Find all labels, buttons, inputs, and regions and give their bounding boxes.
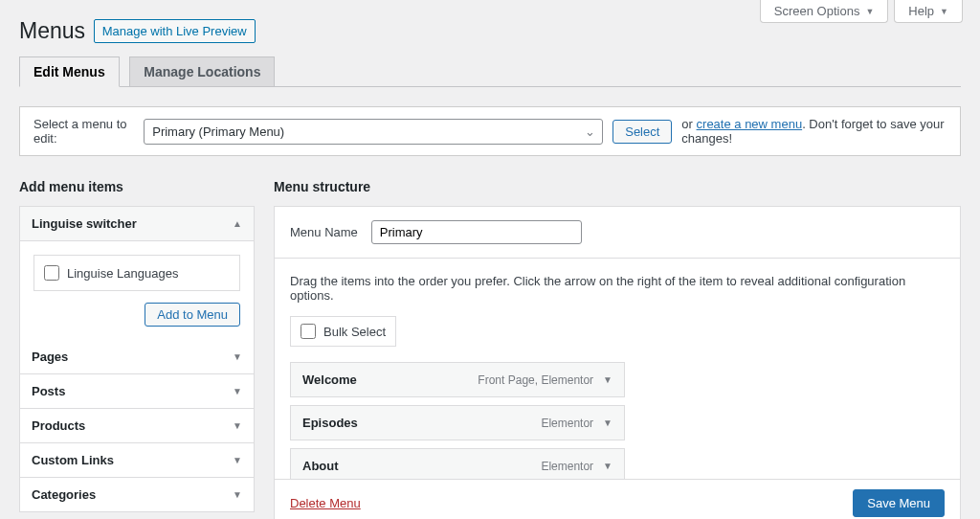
caret-down-icon: ▼	[233, 455, 242, 465]
linguise-languages-label: Linguise Languages	[67, 266, 178, 281]
save-menu-button[interactable]: Save Menu	[853, 489, 945, 517]
accordion-header-linguise[interactable]: Linguise switcher ▲	[20, 207, 254, 241]
linguise-languages-row[interactable]: Linguise Languages	[33, 255, 240, 291]
caret-down-icon: ▼	[233, 420, 242, 431]
menu-name-input[interactable]	[371, 220, 582, 244]
menu-footer: Delete Menu Save Menu	[275, 479, 960, 519]
caret-down-icon: ▼	[603, 374, 612, 385]
nav-tab-wrapper: Edit Menus Manage Locations	[19, 48, 961, 87]
add-menu-items-heading: Add menu items	[19, 179, 255, 194]
accordion-header-products[interactable]: Products ▼	[20, 409, 254, 443]
create-new-menu-link[interactable]: create a new menu	[697, 117, 803, 131]
accordion: Linguise switcher ▲ Linguise Languages A…	[19, 206, 255, 512]
manage-live-preview-button[interactable]: Manage with Live Preview	[94, 19, 256, 43]
or-text: or create a new menu. Don't forget to sa…	[681, 117, 947, 146]
accordion-title: Pages	[32, 350, 68, 364]
linguise-languages-checkbox[interactable]	[44, 265, 59, 281]
delete-menu-link[interactable]: Delete Menu	[290, 496, 361, 510]
bulk-select-checkbox[interactable]	[301, 324, 316, 339]
accordion-header-custom-links[interactable]: Custom Links ▼	[20, 443, 254, 478]
help-label: Help	[908, 4, 934, 18]
menu-item-title: Welcome	[302, 372, 357, 387]
caret-down-icon: ▼	[603, 461, 612, 471]
accordion-header-posts[interactable]: Posts ▼	[20, 374, 254, 409]
manage-menus-bar: Select a menu to edit: Primary (Primary …	[19, 106, 961, 156]
screen-options-button[interactable]: Screen Options ▼	[760, 0, 889, 23]
accordion-title: Categories	[32, 487, 96, 502]
caret-down-icon: ▼	[865, 7, 874, 16]
menu-edit-panel: Menu Name Drag the items into the order …	[274, 206, 961, 519]
add-to-menu-button[interactable]: Add to Menu	[145, 303, 240, 327]
caret-down-icon: ▼	[233, 386, 242, 396]
tab-manage-locations[interactable]: Manage Locations	[129, 56, 275, 86]
menu-item-title: About	[302, 459, 339, 473]
caret-down-icon: ▼	[233, 351, 242, 362]
accordion-title: Posts	[32, 384, 65, 398]
accordion-title: Linguise switcher	[32, 216, 137, 231]
bulk-select-label: Bulk Select	[323, 325, 386, 339]
select-button[interactable]: Select	[612, 120, 672, 144]
menu-item[interactable]: EpisodesElementor▼	[290, 405, 625, 440]
select-menu-label: Select a menu to edit:	[33, 117, 134, 146]
caret-down-icon: ▼	[603, 417, 612, 428]
menu-header: Menu Name	[275, 207, 960, 259]
menu-item-type: Elementor	[541, 417, 593, 430]
accordion-header-pages[interactable]: Pages ▼	[20, 340, 254, 374]
caret-down-icon: ▼	[233, 489, 242, 500]
caret-up-icon: ▲	[233, 218, 242, 229]
accordion-title: Custom Links	[32, 453, 114, 467]
screen-options-label: Screen Options	[774, 4, 860, 18]
menu-structure-heading: Menu structure	[274, 179, 961, 194]
page-title: Menus	[19, 10, 85, 48]
help-button[interactable]: Help ▼	[894, 0, 963, 23]
menu-item-type: Front Page, Elementor	[478, 373, 593, 387]
accordion-header-categories[interactable]: Categories ▼	[20, 478, 254, 511]
caret-down-icon: ▼	[940, 7, 948, 16]
menu-item[interactable]: AboutElementor▼	[290, 448, 625, 479]
menu-item-title: Episodes	[302, 416, 358, 430]
menu-item-type: Elementor	[541, 460, 593, 473]
accordion-title: Products	[32, 418, 85, 433]
instructions-text: Drag the items into the order you prefer…	[290, 274, 945, 303]
menu-select[interactable]: Primary (Primary Menu)	[144, 119, 603, 145]
menu-body: Drag the items into the order you prefer…	[275, 259, 960, 479]
menu-item[interactable]: WelcomeFront Page, Elementor▼	[290, 362, 625, 397]
accordion-body-linguise: Linguise Languages Add to Menu	[20, 241, 254, 340]
menu-name-label: Menu Name	[290, 225, 358, 239]
tab-edit-menus[interactable]: Edit Menus	[19, 56, 120, 87]
bulk-select-row[interactable]: Bulk Select	[290, 316, 396, 347]
